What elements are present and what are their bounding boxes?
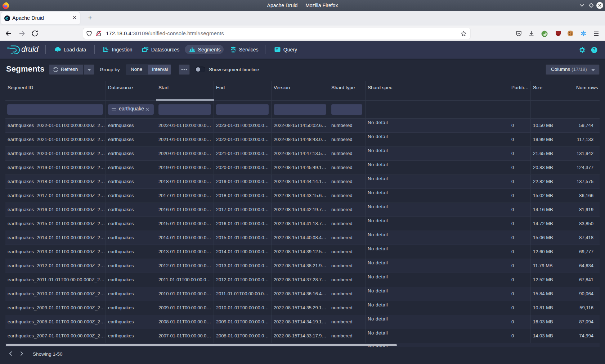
svg-text:?: ? (593, 47, 595, 53)
